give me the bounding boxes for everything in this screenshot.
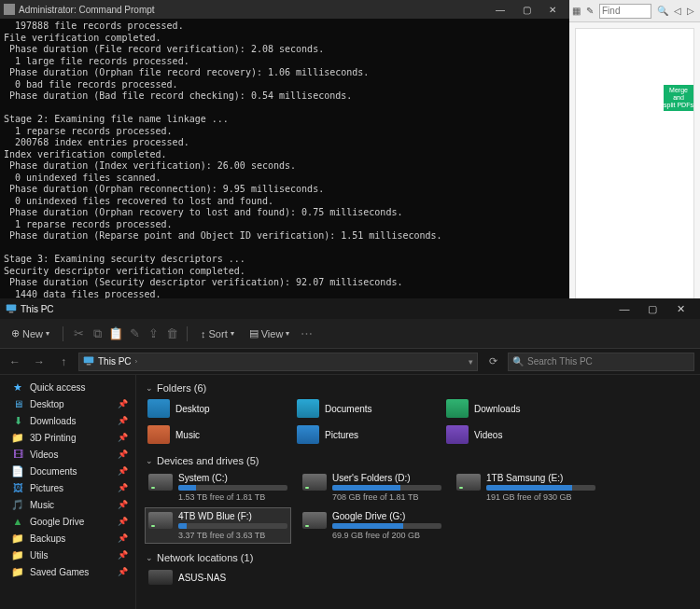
chevron-down-icon: ⌄ [146,553,153,562]
marker-icon[interactable]: ✎ [586,6,594,17]
drive-item[interactable]: Google Drive (G:)69.9 GB free of 200 GB [300,508,444,543]
folder-item[interactable]: Pictures [295,423,435,446]
folder-icon [446,399,469,418]
merge-label-2: split PDFs [664,102,693,109]
drives-header[interactable]: ⌄ Devices and drives (5) [136,451,700,470]
minimize-button[interactable]: — [610,299,638,318]
merge-split-button[interactable]: Merge and split PDFs [664,85,693,111]
delete-icon[interactable]: 🗑 [164,326,179,341]
folder-icon [147,399,170,418]
sidebar-item-label: Google Drive [30,517,84,527]
drive-name: 1TB Samsung (E:) [486,473,595,483]
sidebar-item[interactable]: 📁3D Printing📌 [0,429,135,446]
drive-item[interactable]: 4TB WD Blue (F:)3.37 TB free of 3.63 TB [146,508,290,543]
sidebar-item[interactable]: 📄Documents📌 [0,463,135,479]
view-button[interactable]: ▤ View ▾ [244,324,296,343]
this-pc-icon [83,355,94,368]
sidebar-item[interactable]: 🖥Desktop📌 [0,395,135,412]
close-button[interactable]: ✕ [539,1,566,18]
minimize-button[interactable]: — [487,1,513,18]
maximize-button[interactable]: ▢ [513,1,539,18]
pin-icon[interactable]: 📌 [118,517,128,526]
up-button[interactable]: ↑ [54,353,73,371]
grid-icon[interactable]: ▦ [572,6,581,17]
rename-icon[interactable]: ✎ [127,326,142,341]
back-button[interactable]: ← [6,353,24,371]
drive-item[interactable]: 1TB Samsung (E:)191 GB free of 930 GB [454,470,598,505]
folder-label: Downloads [474,404,520,414]
pin-icon[interactable]: 📌 [118,550,128,560]
sidebar-item[interactable]: 🎞Videos📌 [0,446,135,463]
folder-label: Music [175,430,200,440]
cmd-icon [4,4,15,15]
sort-button[interactable]: ↕ Sort ▾ [195,325,240,343]
star-icon: ★ [11,381,24,393]
svg-rect-0 [7,305,17,311]
folders-header[interactable]: ⌄ Folders (6) [136,379,700,397]
cmd-titlebar[interactable]: Administrator: Command Prompt — ▢ ✕ [0,0,569,19]
search-icon[interactable]: 🔍 [657,6,668,17]
pin-icon[interactable]: 📌 [118,500,128,509]
paste-icon[interactable]: 📋 [108,326,123,341]
explorer-title: This PC [21,304,610,314]
prev-icon[interactable]: ◁ [674,6,681,17]
explorer-titlebar[interactable]: This PC — ▢ ✕ [0,298,700,319]
drive-item[interactable]: System (C:)1.53 TB free of 1.81 TB [146,470,290,505]
pin-icon[interactable]: 📌 [118,567,128,576]
cmd-title: Administrator: Command Prompt [19,5,487,15]
forward-button[interactable]: → [30,353,49,371]
share-icon[interactable]: ⇪ [146,326,161,341]
folder-label: Desktop [175,404,210,414]
drive-free-text: 1.53 TB free of 1.81 TB [178,492,287,502]
drive-usage-bar [332,485,441,491]
search-input[interactable]: 🔍 Search This PC [508,353,694,371]
sidebar-item[interactable]: 🎵Music📌 [0,496,135,513]
folder-item[interactable]: Downloads [444,397,584,420]
pin-icon[interactable]: 📌 [118,483,128,492]
chevron-right-icon[interactable]: › [135,357,138,366]
refresh-button[interactable]: ⟳ [483,353,502,371]
pin-icon[interactable]: 📌 [118,416,128,425]
address-bar[interactable]: This PC › ▾ [78,353,478,371]
folder-icon: 📄 [11,465,24,477]
network-item[interactable]: ASUS-NAS [146,567,290,588]
pin-icon[interactable]: 📌 [118,399,128,408]
folder-icon: 📁 [11,566,24,577]
folder-icon: 📁 [11,432,24,443]
sidebar-item[interactable]: 📁Backups📌 [0,530,135,547]
sidebar-item-label: Videos [30,450,58,460]
cut-icon[interactable]: ✂ [71,326,86,341]
this-pc-icon [6,303,17,314]
pin-icon[interactable]: 📌 [118,466,128,476]
folder-item[interactable]: Music [146,423,286,446]
sidebar-quick-access[interactable]: ★ Quick access [0,379,135,395]
sidebar-item[interactable]: 📁Utils📌 [0,547,135,563]
next-icon[interactable]: ▷ [687,6,694,17]
close-button[interactable]: ✕ [666,299,694,318]
sidebar-item[interactable]: 🖼Pictures📌 [0,479,135,496]
find-input[interactable] [599,4,651,19]
sidebar-item[interactable]: ▲Google Drive📌 [0,513,135,530]
sidebar-item-label: Music [30,500,54,510]
sidebar-item[interactable]: ⬇Downloads📌 [0,412,135,429]
breadcrumb[interactable]: This PC [98,356,132,367]
drive-name: System (C:) [178,473,287,483]
sidebar-item[interactable]: 📁Saved Games📌 [0,563,135,580]
copy-icon[interactable]: ⧉ [90,326,105,341]
pin-icon[interactable]: 📌 [118,533,128,543]
drive-icon [148,474,173,491]
cmd-output[interactable]: 197888 file records processed. File veri… [0,19,569,298]
new-button[interactable]: ⊕ New ▾ [6,324,55,343]
drive-usage-bar [178,523,287,529]
address-row: ← → ↑ This PC › ▾ ⟳ 🔍 Search This PC [0,349,700,375]
folder-item[interactable]: Videos [444,423,584,446]
folder-item[interactable]: Documents [295,397,435,420]
pin-icon[interactable]: 📌 [118,433,128,442]
drive-item[interactable]: User's Folders (D:)708 GB free of 1.81 T… [300,470,444,505]
pin-icon[interactable]: 📌 [118,450,128,459]
folder-item[interactable]: Desktop [146,397,286,420]
network-header[interactable]: ⌄ Network locations (1) [136,548,700,567]
more-icon[interactable]: ⋯ [299,326,314,341]
maximize-button[interactable]: ▢ [638,299,666,318]
chevron-down-icon[interactable]: ▾ [469,357,473,367]
